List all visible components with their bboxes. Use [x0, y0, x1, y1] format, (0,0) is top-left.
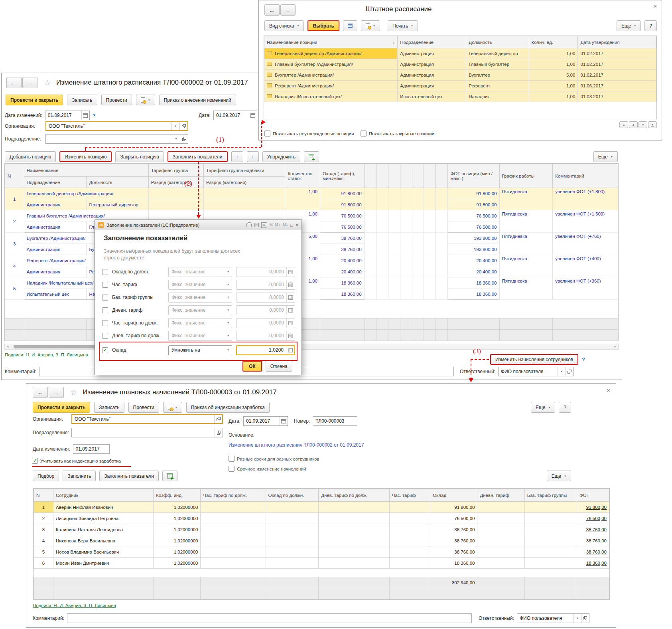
calculator-icon[interactable] — [288, 334, 293, 338]
cell[interactable] — [424, 188, 436, 210]
table-row[interactable]: 2 Лисицына Зинаида Петровна 1,02000000 7… — [34, 513, 609, 524]
cell[interactable] — [389, 546, 430, 558]
chevron-down-icon[interactable]: ▼ — [175, 138, 177, 140]
value-field[interactable]: 0,0000 — [236, 331, 295, 341]
change-accruals-button[interactable]: Изменить начисления сотрудников — [490, 354, 578, 365]
post-and-close-button[interactable]: Провести и закрыть — [6, 95, 63, 105]
cell-fot-max[interactable]: 18 360,00 — [448, 289, 499, 300]
column-header-bonus[interactable]: Тарифная группа надбавки — [203, 164, 285, 177]
grid-settings-button[interactable] — [162, 471, 177, 481]
pick-button[interactable]: Подбор — [33, 471, 59, 481]
cell[interactable] — [412, 210, 424, 233]
calendar-icon[interactable] — [250, 113, 255, 118]
cell-coef[interactable]: 1,02000000 — [154, 513, 201, 524]
value-field[interactable]: 0,0000 — [236, 305, 295, 315]
order-button[interactable]: Упорядочить — [262, 151, 300, 162]
cell[interactable] — [319, 513, 389, 524]
go-up-button[interactable]: ▲ — [629, 121, 638, 128]
cell[interactable] — [412, 255, 424, 277]
table-row[interactable]: 1 Аверин Николай Иванович 1,02000000 91 … — [34, 502, 609, 513]
column-header-qty[interactable]: Количество ставок — [285, 164, 320, 188]
column-header-approved[interactable]: Дата утверждения — [578, 36, 656, 48]
cell-n[interactable]: 6 — [34, 558, 53, 569]
cell[interactable] — [201, 524, 266, 535]
value-field[interactable]: 0,0000 — [236, 267, 295, 277]
table-row[interactable]: 5 Носов Владимир Васильевич 1,02000000 3… — [34, 546, 609, 558]
close-icon[interactable]: × — [653, 3, 657, 10]
signatures-link[interactable]: Подписи: Н. И. Аверин, З. П. Лисицына — [5, 352, 88, 357]
cell-position[interactable]: Референт — [466, 81, 529, 91]
close-icon[interactable]: × — [607, 387, 610, 394]
column-header-day-rate-pos[interactable]: Днев. тариф по долж. — [319, 489, 389, 502]
open-icon[interactable] — [217, 431, 221, 435]
maximize-icon[interactable]: □ — [290, 223, 293, 227]
cell-schedule[interactable]: Пятидневка — [499, 277, 553, 300]
table-row[interactable]: 1 Генеральный директор /Администрация/ 1… — [5, 188, 618, 199]
responsible-field[interactable]: ФИО пользователя▼ — [498, 367, 574, 376]
salary-value-field[interactable]: 1,0200 — [236, 345, 295, 355]
cell-approved[interactable]: 01.03.2017 — [578, 91, 656, 102]
urgent-change-checkbox[interactable] — [229, 466, 235, 472]
cell-fot[interactable]: 38 760,00 — [577, 546, 609, 558]
cell-salary-max[interactable]: 91 800,00 — [320, 199, 364, 210]
grid-settings-button[interactable] — [304, 151, 319, 162]
move-down-button[interactable]: ↓ — [247, 151, 259, 162]
show-closed-checkbox[interactable] — [361, 131, 367, 136]
column-header-pos[interactable]: Должность — [87, 177, 148, 188]
cell-dept[interactable]: Администрация — [24, 199, 87, 210]
column-header-department[interactable]: Подразделение — [398, 36, 466, 48]
cell[interactable] — [201, 502, 266, 513]
cell[interactable] — [424, 277, 436, 300]
signatures-link[interactable]: Подписи: Н. И. Аверин, З. П. Лисицына — [33, 603, 116, 608]
cell[interactable] — [376, 233, 388, 255]
fill-indicators-button[interactable]: Заполнить показатели — [168, 151, 228, 162]
cell-fot[interactable]: 76 500,00 — [577, 513, 609, 524]
open-icon[interactable] — [182, 124, 186, 128]
cell-n[interactable]: 5 — [5, 277, 24, 300]
add-position-button[interactable]: Добавить позицию — [5, 151, 56, 162]
print-icon[interactable] — [246, 223, 252, 227]
open-icon[interactable] — [568, 370, 571, 374]
cell[interactable] — [376, 188, 388, 210]
cell[interactable] — [477, 535, 524, 546]
cell-name[interactable]: Наладчик /Испытательный цех/ — [264, 91, 398, 102]
calculator-icon[interactable] — [288, 295, 293, 300]
save-button[interactable]: Записать — [94, 402, 124, 413]
cell[interactable] — [477, 546, 524, 558]
help-button[interactable]: ? — [559, 402, 571, 413]
column-header-hour-rate-pos[interactable]: Час. тариф по долж. — [201, 489, 266, 502]
cell-n[interactable]: 1 — [5, 188, 24, 210]
value-field[interactable]: 0,0000 — [236, 318, 295, 328]
cell[interactable] — [148, 199, 203, 210]
cell-salary[interactable]: 38 760,00 — [430, 524, 477, 535]
save-button[interactable]: Записать — [67, 95, 97, 105]
cell-approved[interactable]: 01.02.2017 — [578, 59, 656, 70]
cell-fot-max[interactable]: 193 800,00 — [448, 244, 499, 255]
mode-dropdown[interactable]: Фикс. значение▼ — [168, 305, 232, 315]
cell-salary-min[interactable]: 20 400,00 — [320, 255, 364, 266]
help-icon[interactable]: ? — [93, 113, 96, 119]
cell-employee[interactable]: Калинина Наталья Леонидовна — [53, 524, 154, 535]
cell-position[interactable]: Генеральный директор — [466, 48, 529, 59]
cell-qty[interactable]: 1,00 — [529, 48, 578, 59]
more-button[interactable]: Еще▼ — [617, 20, 641, 31]
cell[interactable] — [400, 233, 412, 255]
column-header-salary[interactable]: Оклад — [430, 489, 477, 502]
cell-qty[interactable]: 1,00 — [529, 59, 578, 70]
scroll-right-icon[interactable]: ► — [613, 345, 618, 348]
table-row[interactable]: 4 Никонова Вера Васильевна 1,02000000 38… — [34, 535, 609, 546]
post-and-close-button[interactable]: Провести и закрыть — [33, 402, 90, 413]
column-header-name[interactable]: Наименование позиции↓ — [264, 36, 398, 48]
salary-checkbox[interactable]: ✓ — [102, 347, 108, 353]
different-terms-checkbox[interactable] — [229, 456, 235, 462]
indicator-checkbox[interactable] — [102, 320, 108, 326]
calculator-icon[interactable] — [254, 223, 259, 227]
cell-employee[interactable]: Никонова Вера Васильевна — [53, 535, 154, 546]
cell-salary[interactable]: 18 360,00 — [430, 558, 477, 569]
scroll-left-icon[interactable]: ◄ — [5, 345, 10, 348]
cell-dept[interactable]: Администрация — [24, 266, 87, 277]
cell-n[interactable]: 4 — [34, 535, 53, 546]
dialog-titlebar[interactable]: 1С Заполнение показателей (1С:Предприяти… — [95, 220, 302, 230]
cell-coef[interactable]: 1,02000000 — [154, 546, 201, 558]
cell-department[interactable]: Администрация — [398, 59, 466, 70]
